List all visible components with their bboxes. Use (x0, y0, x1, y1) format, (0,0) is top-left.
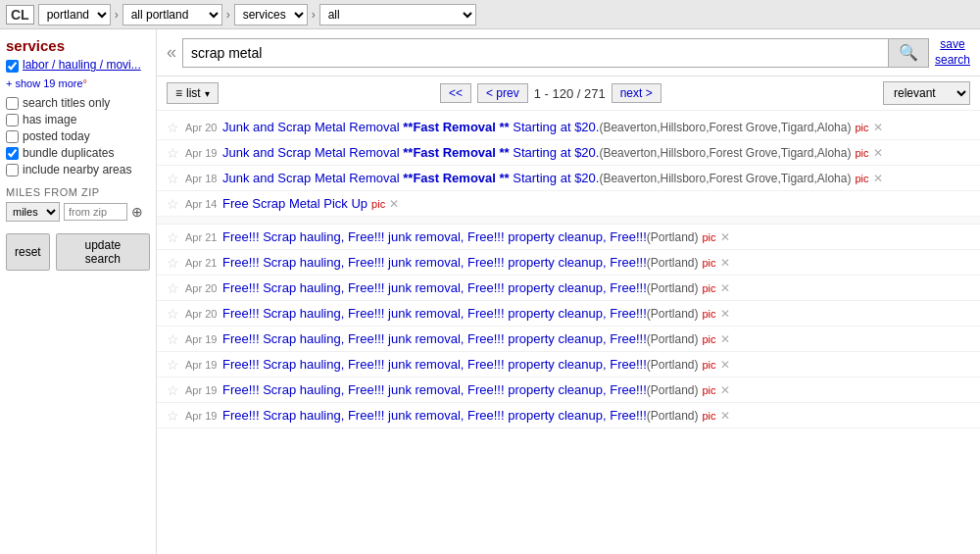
close-icon[interactable]: ✕ (873, 146, 883, 160)
pic-link[interactable]: pic (703, 282, 716, 294)
reset-button[interactable]: reset (6, 233, 50, 271)
list-chevron-icon: ▾ (205, 88, 210, 99)
result-title-link[interactable]: Free!!! Scrap hauling, Free!!! junk remo… (222, 306, 647, 321)
show-more-dot: ° (83, 77, 87, 89)
result-title-link[interactable]: Free!!! Scrap hauling, Free!!! junk remo… (222, 382, 647, 397)
result-location: (Portland) (647, 256, 699, 270)
star-icon[interactable]: ☆ (167, 171, 179, 186)
pic-link[interactable]: pic (371, 198, 385, 210)
close-icon[interactable]: ✕ (873, 172, 883, 185)
pic-link[interactable]: pic (703, 359, 716, 371)
close-icon[interactable]: ✕ (720, 230, 730, 244)
result-location: (Portland) (647, 230, 699, 244)
star-icon[interactable]: ☆ (167, 229, 179, 245)
star-icon[interactable]: ☆ (167, 357, 179, 373)
main-container: services labor / hauling / movi... + sho… (0, 29, 980, 554)
search-input-wrap: 🔍 (182, 38, 929, 68)
close-icon[interactable]: ✕ (873, 121, 883, 134)
posted-today-row: posted today (6, 129, 150, 143)
result-title-link[interactable]: Free!!! Scrap hauling, Free!!! junk remo… (222, 255, 647, 270)
result-title-link[interactable]: Free Scrap Metal Pick Up (222, 196, 368, 211)
close-icon[interactable]: ✕ (720, 358, 730, 372)
search-titles-checkbox[interactable] (6, 97, 19, 110)
close-icon[interactable]: ✕ (720, 307, 730, 321)
list-item: ☆Apr 14Free Scrap Metal Pick Uppic✕ (157, 191, 980, 217)
star-icon[interactable]: ☆ (167, 331, 179, 347)
list-item: ☆Apr 19Junk and Scrap Metal Removal **Fa… (157, 140, 980, 166)
bundle-dupes-label: bundle duplicates (23, 146, 114, 160)
nav-arrow-1: › (115, 8, 119, 22)
star-icon[interactable]: ☆ (167, 280, 179, 296)
pic-link[interactable]: pic (855, 147, 868, 159)
result-title-bold: **Fast Removal ** (403, 171, 509, 185)
save-search-link[interactable]: save search (935, 37, 970, 68)
city-select[interactable]: portland seattle eugene (38, 4, 111, 25)
result-date: Apr 21 (185, 257, 222, 269)
page-info: 1 - 120 / 271 (534, 86, 606, 101)
pic-link[interactable]: pic (855, 173, 868, 184)
gps-icon[interactable]: ⊕ (131, 204, 143, 220)
back-arrows[interactable]: « (167, 42, 176, 63)
star-icon[interactable]: ☆ (167, 255, 179, 271)
result-title-link[interactable]: Junk and Scrap Metal Removal **Fast Remo… (222, 171, 599, 185)
subcategory-select[interactable]: all labor/hauling automotive (319, 4, 476, 25)
include-nearby-label: include nearby areas (23, 163, 131, 176)
list-label: list (186, 86, 201, 100)
search-titles-label: search titles only (23, 96, 110, 110)
pic-link[interactable]: pic (703, 257, 716, 269)
star-icon[interactable]: ☆ (167, 408, 179, 424)
show-more-link[interactable]: + show 19 more (6, 77, 83, 89)
include-nearby-checkbox[interactable] (6, 164, 19, 176)
prev-page-button[interactable]: < prev (477, 83, 528, 103)
close-icon[interactable]: ✕ (720, 383, 730, 397)
close-icon[interactable]: ✕ (720, 256, 730, 270)
result-title-link[interactable]: Free!!! Scrap hauling, Free!!! junk remo… (222, 357, 647, 372)
list-item: ☆Apr 21Free!!! Scrap hauling, Free!!! ju… (157, 225, 980, 250)
first-page-button[interactable]: << (440, 83, 471, 103)
posted-today-checkbox[interactable] (6, 130, 19, 143)
miles-select[interactable]: miles km (6, 202, 60, 222)
result-title-link[interactable]: Free!!! Scrap hauling, Free!!! junk remo… (222, 408, 647, 423)
search-input[interactable] (183, 39, 888, 67)
pic-link[interactable]: pic (703, 308, 716, 320)
zip-input[interactable] (64, 203, 127, 221)
list-item: ☆Apr 19Free!!! Scrap hauling, Free!!! ju… (157, 352, 980, 378)
close-icon[interactable]: ✕ (389, 197, 399, 211)
next-page-button[interactable]: next > (612, 83, 662, 103)
result-title-link[interactable]: Free!!! Scrap hauling, Free!!! junk remo… (222, 229, 647, 244)
featured-category-link[interactable]: labor / hauling / movi... (23, 58, 141, 72)
result-location: (Portland) (647, 383, 699, 397)
pic-link[interactable]: pic (703, 410, 716, 422)
result-title-link[interactable]: Free!!! Scrap hauling, Free!!! junk remo… (222, 331, 647, 346)
category-select[interactable]: services for sale housing jobs (234, 4, 308, 25)
cl-logo[interactable]: CL (6, 5, 34, 25)
result-title-link[interactable]: Free!!! Scrap hauling, Free!!! junk remo… (222, 280, 647, 295)
star-icon[interactable]: ☆ (167, 145, 179, 161)
result-location: (Beaverton,Hillsboro,Forest Grove,Tigard… (599, 146, 851, 160)
update-search-button[interactable]: update search (56, 233, 150, 271)
region-select[interactable]: all portland east portland west portland (122, 4, 222, 25)
star-icon[interactable]: ☆ (167, 382, 179, 398)
result-title-link[interactable]: Junk and Scrap Metal Removal **Fast Remo… (222, 120, 599, 134)
close-icon[interactable]: ✕ (720, 281, 730, 295)
star-icon[interactable]: ☆ (167, 196, 179, 212)
featured-checkbox[interactable] (6, 60, 19, 73)
results-list: ☆Apr 20Junk and Scrap Metal Removal **Fa… (157, 111, 980, 554)
close-icon[interactable]: ✕ (720, 409, 730, 423)
has-image-checkbox[interactable] (6, 114, 19, 126)
list-item: ☆Apr 20Junk and Scrap Metal Removal **Fa… (157, 115, 980, 140)
star-icon[interactable]: ☆ (167, 306, 179, 322)
bundle-dupes-checkbox[interactable] (6, 147, 19, 160)
pic-link[interactable]: pic (703, 231, 716, 243)
search-button[interactable]: 🔍 (888, 39, 928, 67)
pic-link[interactable]: pic (855, 122, 868, 133)
sort-select[interactable]: relevant newest price asc price desc (883, 81, 970, 105)
close-icon[interactable]: ✕ (720, 332, 730, 346)
has-image-label: has image (23, 113, 76, 126)
list-view-button[interactable]: ≡ list ▾ (167, 82, 219, 104)
result-title-link[interactable]: Junk and Scrap Metal Removal **Fast Remo… (222, 145, 599, 160)
pic-link[interactable]: pic (703, 333, 716, 345)
pic-link[interactable]: pic (703, 384, 716, 396)
result-title-bold: **Fast Removal ** (403, 145, 509, 160)
star-icon[interactable]: ☆ (167, 120, 179, 135)
